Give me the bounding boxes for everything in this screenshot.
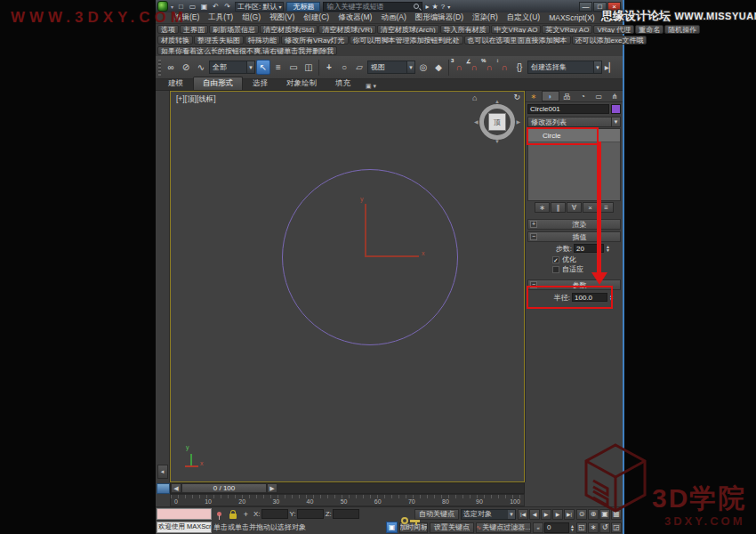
- search-input[interactable]: 输入关键字或短语: [323, 2, 422, 12]
- script-button[interactable]: 特殊功能: [245, 36, 280, 44]
- menu-item[interactable]: 图形编辑器(D): [411, 12, 468, 23]
- absolute-offset-icon[interactable]: +: [240, 508, 252, 520]
- viewcube-south-arrow[interactable]: ▼: [495, 139, 500, 144]
- script-button[interactable]: 修改所有VRay灯光: [281, 36, 349, 44]
- key-mode-toggle-icon[interactable]: «: [533, 522, 543, 533]
- viewcube-rotate-icon[interactable]: ↻: [513, 93, 520, 101]
- script-button[interactable]: 材质转换: [157, 36, 193, 44]
- object-name-field[interactable]: Circle001: [527, 104, 609, 114]
- open-file-icon[interactable]: ▭: [188, 2, 197, 12]
- help-chevron-icon[interactable]: ▾: [447, 4, 450, 10]
- go-to-start-icon[interactable]: |◀: [518, 509, 528, 520]
- utilities-tab-icon[interactable]: ⋔: [607, 91, 623, 101]
- script-button[interactable]: 清空材质球(VR): [318, 25, 375, 34]
- select-and-scale-icon[interactable]: ▱: [352, 60, 366, 75]
- script-button[interactable]: 清空材质球(Arch): [377, 25, 439, 34]
- menu-item[interactable]: 创建(C): [299, 12, 334, 23]
- reference-coordinate-dropdown[interactable]: 视图 ▼: [367, 61, 415, 74]
- viewport-top[interactable]: [+][顶][线框] ⌂ ↻ ▲ ▼ ◀ ▶ 顶 y x: [170, 91, 525, 482]
- select-and-move-icon[interactable]: +: [322, 60, 336, 75]
- viewcube-north-arrow[interactable]: ▲: [495, 99, 500, 104]
- viewport-label[interactable]: [+][顶][线框]: [176, 94, 216, 105]
- script-button[interactable]: 导入所有材质: [440, 25, 490, 34]
- select-by-name-icon[interactable]: ≡: [271, 60, 286, 75]
- select-and-manipulate-icon[interactable]: ◆: [431, 60, 446, 75]
- zoom-all-icon[interactable]: ⊕: [588, 509, 599, 520]
- redo-icon[interactable]: ↷: [222, 2, 232, 12]
- select-and-link-icon[interactable]: ∞: [164, 60, 178, 75]
- ribbon-tab[interactable]: 对象绘制: [277, 77, 326, 90]
- y-field[interactable]: [297, 509, 324, 519]
- optimize-checkbox[interactable]: ✓: [552, 256, 559, 263]
- display-tab-icon[interactable]: ▭: [591, 91, 607, 101]
- viewcube-home-icon[interactable]: ⌂: [472, 93, 477, 102]
- script-button[interactable]: 也可以在选项里面直接添加脚本: [464, 36, 571, 44]
- maxscript-listener-line[interactable]: 欢迎使用 MAXScript: [157, 522, 212, 533]
- key-filters-button[interactable]: ∿ 关键点过滤器...: [476, 522, 531, 533]
- layout-tabs-collapse-icon[interactable]: ◂: [157, 465, 168, 479]
- menu-item[interactable]: 组(G): [237, 12, 265, 23]
- percent-snap-icon[interactable]: %∩: [482, 60, 496, 75]
- menu-item[interactable]: 视图(V): [265, 12, 299, 23]
- zoom-region-icon[interactable]: ◱: [576, 522, 587, 533]
- ribbon-options-icon[interactable]: ▣ ▾: [366, 83, 376, 90]
- isolate-selection-icon[interactable]: ▣: [386, 522, 398, 533]
- undo-icon[interactable]: ↶: [211, 2, 221, 12]
- rollout-interpolation[interactable]: − 插值: [527, 231, 621, 242]
- rollout-rendering[interactable]: + 渲染: [527, 219, 621, 230]
- auto-key-button[interactable]: 自动关键点: [414, 509, 459, 520]
- selection-filter-dropdown[interactable]: 全部 ▼: [209, 61, 255, 74]
- script-button[interactable]: 如果你看着这么长的按钮很不爽,请右键单击我并删除我: [157, 46, 337, 55]
- expand-icon[interactable]: +: [530, 221, 537, 228]
- keyboard-override-icon[interactable]: {}: [512, 60, 527, 75]
- object-color-swatch[interactable]: [611, 104, 621, 114]
- communication-center-icon[interactable]: ▸: [425, 3, 429, 11]
- pan-hand-icon[interactable]: ∗: [588, 522, 599, 533]
- make-unique-icon[interactable]: ∀: [567, 202, 582, 213]
- go-to-end-icon[interactable]: ▶|: [564, 509, 575, 520]
- viewcube[interactable]: ⌂ ↻ ▲ ▼ ◀ ▶ 顶: [474, 97, 520, 145]
- window-crossing-icon[interactable]: ◫: [302, 60, 316, 75]
- menu-item[interactable]: MAXScript(X): [544, 13, 599, 22]
- angle-snap-icon[interactable]: ∠∩: [467, 60, 481, 75]
- menu-item[interactable]: 工具(T): [204, 12, 237, 23]
- script-button[interactable]: 你可以用脚本管理添加按钮到此处: [350, 36, 463, 44]
- track-bar-ruler[interactable]: 0102030405060708090100: [170, 494, 525, 506]
- script-button[interactable]: 随机操作: [664, 25, 700, 34]
- next-frame-icon[interactable]: ▶: [552, 509, 563, 520]
- help-icon[interactable]: ?: [441, 3, 445, 11]
- menu-item[interactable]: 修改器(M): [334, 12, 376, 23]
- set-key-button[interactable]: 设置关键点: [430, 522, 474, 533]
- script-button[interactable]: 还可以添加exe文件哦: [572, 36, 647, 44]
- script-button[interactable]: 中文VRay AO: [491, 25, 542, 34]
- mirror-icon[interactable]: ▸▏: [603, 60, 617, 75]
- adaptive-checkbox[interactable]: [552, 266, 559, 273]
- play-icon[interactable]: ▶: [541, 509, 551, 520]
- ribbon-tab[interactable]: 建模: [159, 77, 192, 90]
- previous-frame-icon[interactable]: ◀: [529, 509, 540, 520]
- search-icon[interactable]: [414, 4, 419, 9]
- zoom-extents-all-icon[interactable]: ▦: [611, 509, 622, 520]
- hierarchy-tab-icon[interactable]: 品: [559, 91, 575, 101]
- circle-spline-shape[interactable]: [282, 169, 458, 345]
- menu-item[interactable]: 渲染(R): [468, 12, 503, 23]
- maxscript-listener-pink[interactable]: [157, 508, 212, 520]
- motion-tab-icon[interactable]: ◔: [575, 91, 591, 101]
- script-button[interactable]: 整理丢失贴图: [194, 36, 244, 44]
- spinner-icon[interactable]: ▲▼: [606, 245, 610, 252]
- viewcube-top-face[interactable]: 顶: [488, 113, 506, 131]
- time-slider-handle[interactable]: 0 / 100: [181, 483, 267, 493]
- current-frame-field[interactable]: 0: [544, 522, 569, 533]
- modify-tab-icon[interactable]: ◗: [542, 91, 559, 101]
- orbit-icon[interactable]: ↺: [599, 522, 610, 533]
- bind-to-spacewarp-icon[interactable]: ∿: [194, 60, 208, 75]
- unlink-selection-icon[interactable]: ⊘: [179, 60, 193, 75]
- pin-icon[interactable]: [213, 508, 225, 520]
- selection-set-dropdown[interactable]: 选定对象 ▼: [461, 509, 516, 520]
- script-button[interactable]: 重命名: [635, 25, 664, 34]
- ribbon-tab[interactable]: 自由形式: [193, 77, 243, 90]
- zoom-extents-icon[interactable]: ▣: [599, 509, 610, 520]
- x-field[interactable]: [261, 509, 288, 519]
- script-button[interactable]: 刷新场景信息: [209, 25, 259, 34]
- zoom-icon[interactable]: ⊙: [576, 509, 587, 520]
